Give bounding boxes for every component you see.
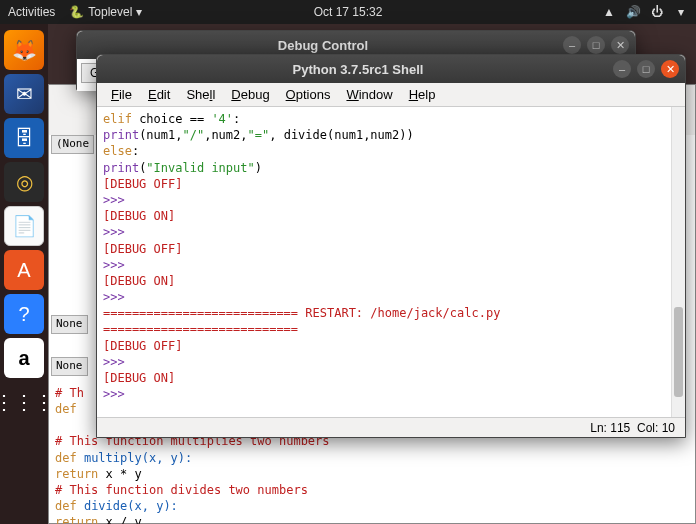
desktop-area: (None None None # Th def # This function… — [48, 24, 696, 524]
show-apps-launcher[interactable]: ⋮⋮⋮ — [4, 382, 44, 422]
column-indicator: Col: 10 — [637, 421, 675, 435]
rhythmbox-launcher[interactable]: ◎ — [4, 162, 44, 202]
help-launcher[interactable]: ? — [4, 294, 44, 334]
shell-title: Python 3.7.5rc1 Shell — [103, 62, 613, 77]
writer-launcher[interactable]: 📄 — [4, 206, 44, 246]
label-none: None — [51, 357, 88, 376]
activities-button[interactable]: Activities — [8, 5, 55, 19]
line-indicator: Ln: 115 — [590, 421, 630, 435]
menu-debug[interactable]: Debug — [225, 85, 275, 104]
chevron-down-icon[interactable]: ▾ — [674, 5, 688, 19]
menu-window[interactable]: Window — [340, 85, 398, 104]
menu-options[interactable]: Options — [280, 85, 337, 104]
label-none: None — [51, 315, 88, 334]
menu-file[interactable]: File — [105, 85, 138, 104]
firefox-launcher[interactable]: 🦊 — [4, 30, 44, 70]
python-icon: 🐍 — [69, 5, 84, 19]
shell-titlebar[interactable]: Python 3.7.5rc1 Shell – □ ✕ — [97, 55, 685, 83]
app-menu[interactable]: 🐍 Toplevel ▾ — [69, 5, 142, 19]
menu-shell[interactable]: Shell — [180, 85, 221, 104]
close-button[interactable]: ✕ — [611, 36, 629, 54]
shell-text-area[interactable]: elif choice == '4': print(num1,"/",num2,… — [97, 107, 685, 417]
shell-menubar: File Edit Shell Debug Options Window Hel… — [97, 83, 685, 107]
scroll-thumb[interactable] — [674, 307, 683, 397]
software-launcher[interactable]: A — [4, 250, 44, 290]
close-button[interactable]: ✕ — [661, 60, 679, 78]
maximize-button[interactable]: □ — [637, 60, 655, 78]
python-shell-window[interactable]: Python 3.7.5rc1 Shell – □ ✕ File Edit Sh… — [96, 54, 686, 438]
maximize-button[interactable]: □ — [587, 36, 605, 54]
vertical-scrollbar[interactable] — [671, 107, 685, 417]
top-panel: Activities 🐍 Toplevel ▾ Oct 17 15:32 ▲ 🔊… — [0, 0, 696, 24]
label-none: (None — [51, 135, 94, 154]
clock[interactable]: Oct 17 15:32 — [314, 5, 383, 19]
volume-icon[interactable]: 🔊 — [626, 5, 640, 19]
power-icon[interactable]: ⏻ — [650, 5, 664, 19]
menu-help[interactable]: Help — [403, 85, 442, 104]
debug-title: Debug Control — [83, 38, 563, 53]
menu-edit[interactable]: Edit — [142, 85, 176, 104]
shell-statusbar: Ln: 115 Col: 10 — [97, 417, 685, 437]
network-icon[interactable]: ▲ — [602, 5, 616, 19]
chevron-down-icon: ▾ — [136, 5, 142, 19]
thunderbird-launcher[interactable]: ✉ — [4, 74, 44, 114]
minimize-button[interactable]: – — [613, 60, 631, 78]
launcher-dock: 🦊 ✉ 🗄 ◎ 📄 A ? a ⋮⋮⋮ — [0, 24, 48, 524]
minimize-button[interactable]: – — [563, 36, 581, 54]
files-launcher[interactable]: 🗄 — [4, 118, 44, 158]
amazon-launcher[interactable]: a — [4, 338, 44, 378]
